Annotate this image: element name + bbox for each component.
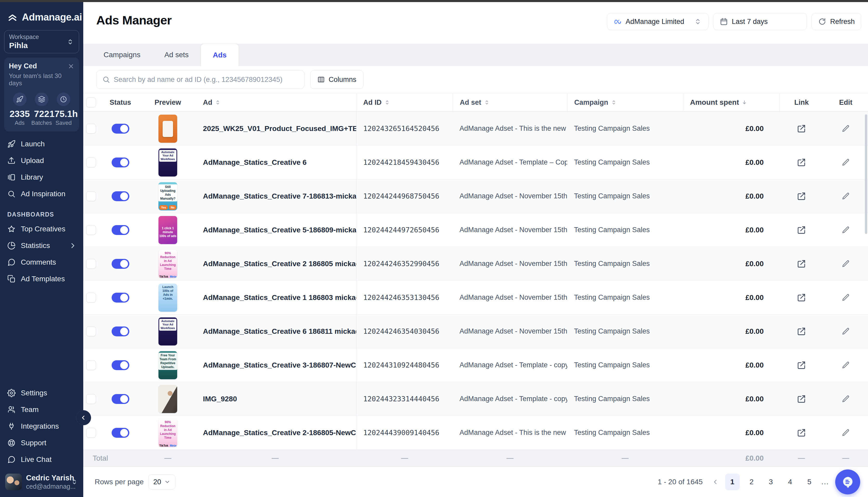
ad-preview-thumbnail[interactable]: [159, 385, 177, 413]
sidebar-item-statistics[interactable]: Statistics: [0, 237, 83, 254]
external-link-icon[interactable]: [797, 226, 806, 235]
sidebar-item-ad-inspiration[interactable]: Ad Inspiration: [0, 186, 83, 202]
external-link-icon[interactable]: [797, 395, 806, 403]
rows-per-page-select[interactable]: 20: [148, 474, 175, 489]
page-button-1[interactable]: 1: [725, 473, 740, 490]
sidebar-item-upload[interactable]: Upload: [0, 152, 83, 169]
edit-pencil-icon[interactable]: [842, 395, 850, 403]
sidebar-item-team[interactable]: Team: [0, 401, 83, 418]
vertical-scrollbar[interactable]: [865, 114, 867, 234]
row-checkbox[interactable]: [86, 191, 96, 201]
sidebar-collapse-button[interactable]: [76, 410, 91, 425]
column-header-amount-spent[interactable]: Amount spent: [683, 93, 779, 112]
ad-name[interactable]: AdManage_Statics_Creative 5-186809-micka…: [203, 226, 357, 234]
edit-pencil-icon[interactable]: [842, 158, 850, 167]
ad-name[interactable]: AdManage_Statics_Creative 7-186813-micka…: [203, 192, 357, 200]
sidebar-item-launch[interactable]: Launch: [0, 136, 83, 152]
date-range-selector[interactable]: Last 7 days: [713, 13, 807, 30]
sidebar-item-live-chat[interactable]: Live Chat: [0, 451, 83, 468]
ad-name[interactable]: AdManage_Statics_Creative 6 186811 micka…: [203, 327, 357, 336]
sidebar-item-library[interactable]: Library: [0, 169, 83, 186]
row-checkbox[interactable]: [86, 360, 96, 370]
external-link-icon[interactable]: [797, 124, 806, 133]
edit-pencil-icon[interactable]: [842, 125, 850, 133]
ad-name[interactable]: AdManage_Statics_Creative 3-186807-NewCr…: [203, 361, 357, 369]
status-toggle[interactable]: [112, 428, 129, 438]
ad-name[interactable]: 2025_WK25_V01_Product_Focused_IMG+TEXT_C: [203, 125, 357, 133]
app-logo[interactable]: Admanage.ai: [0, 0, 83, 23]
status-toggle[interactable]: [112, 225, 129, 235]
sidebar-item-comments[interactable]: Comments: [0, 254, 83, 271]
tab-campaigns[interactable]: Campaigns: [92, 44, 152, 66]
status-toggle[interactable]: [112, 157, 129, 167]
search-input[interactable]: [114, 76, 299, 84]
ad-preview-thumbnail[interactable]: Automate Your Ad Workflows: [159, 317, 177, 345]
external-link-icon[interactable]: [797, 428, 806, 437]
external-link-icon[interactable]: [797, 158, 806, 167]
user-menu[interactable]: Cedric Yarish ced@admanag...: [0, 469, 83, 497]
live-chat-widget-button[interactable]: [835, 469, 860, 494]
close-icon[interactable]: [68, 63, 74, 70]
columns-button[interactable]: Columns: [310, 70, 363, 89]
sidebar-item-support[interactable]: Support: [0, 435, 83, 451]
select-all-checkbox[interactable]: [86, 98, 96, 108]
ad-preview-thumbnail[interactable]: 90% Reduction in Ad Launching TimeTikTok…: [159, 419, 177, 447]
ad-preview-thumbnail[interactable]: Free Your Team From Repetitive Uploads.: [159, 351, 177, 379]
external-link-icon[interactable]: [797, 259, 806, 268]
edit-pencil-icon[interactable]: [842, 327, 850, 336]
row-checkbox[interactable]: [86, 394, 96, 404]
row-checkbox[interactable]: [86, 293, 96, 302]
edit-pencil-icon[interactable]: [842, 429, 850, 437]
ad-preview-thumbnail[interactable]: Launch 100s of Ads in <1min.: [159, 284, 177, 312]
external-link-icon[interactable]: [797, 293, 806, 302]
tab-ads[interactable]: Ads: [201, 44, 239, 66]
sidebar-item-integrations[interactable]: Integrations: [0, 418, 83, 435]
external-link-icon[interactable]: [797, 361, 806, 370]
status-toggle[interactable]: [112, 259, 129, 269]
row-checkbox[interactable]: [86, 225, 96, 235]
row-checkbox[interactable]: [86, 428, 96, 438]
ad-name[interactable]: IMG_9280: [203, 395, 237, 403]
row-checkbox[interactable]: [86, 157, 96, 167]
ad-name[interactable]: AdManage_Statics_Creative 6: [203, 158, 306, 167]
edit-pencil-icon[interactable]: [842, 260, 850, 268]
row-checkbox[interactable]: [86, 326, 96, 336]
edit-pencil-icon[interactable]: [842, 294, 850, 302]
ad-name[interactable]: AdManage_Statics_Creative 1 186803 micka…: [203, 294, 357, 302]
sidebar-item-settings[interactable]: Settings: [0, 385, 83, 401]
external-link-icon[interactable]: [797, 192, 806, 201]
page-button-2[interactable]: 2: [744, 473, 759, 490]
ad-preview-thumbnail[interactable]: Automate Your Ad Workflows: [159, 148, 177, 176]
ad-preview-thumbnail[interactable]: Still Uploading Ads Manually?YesNo: [159, 182, 177, 210]
row-checkbox[interactable]: [86, 124, 96, 133]
external-link-icon[interactable]: [797, 327, 806, 336]
ad-name[interactable]: AdManage_Statics_Creative 2 186805 micka…: [203, 260, 357, 268]
status-toggle[interactable]: [112, 191, 129, 201]
sidebar-item-top-creatives[interactable]: Top Creatives: [0, 221, 83, 237]
previous-page-button[interactable]: [710, 477, 720, 487]
column-header-ad[interactable]: Ad: [194, 93, 357, 112]
edit-pencil-icon[interactable]: [842, 192, 850, 200]
page-button-3[interactable]: 3: [764, 473, 778, 490]
status-toggle[interactable]: [112, 360, 129, 370]
refresh-button[interactable]: Refresh: [812, 13, 861, 30]
column-header-ad-id[interactable]: Ad ID: [357, 99, 453, 106]
edit-pencil-icon[interactable]: [842, 226, 850, 234]
column-header-ad-set[interactable]: Ad set: [453, 93, 567, 112]
ad-preview-thumbnail[interactable]: 90% Reduction in Ad Launching TimeTikTok…: [159, 250, 177, 278]
edit-pencil-icon[interactable]: [842, 361, 850, 369]
sidebar-item-ad-templates[interactable]: Ad Templates: [0, 271, 83, 287]
ad-preview-thumbnail[interactable]: [159, 115, 177, 143]
status-toggle[interactable]: [112, 326, 129, 336]
column-header-campaign[interactable]: Campaign: [567, 93, 683, 112]
page-button-5[interactable]: 5: [802, 473, 817, 490]
ad-name[interactable]: AdManage_Statics_Creative 2-186805-NewCr…: [203, 429, 357, 437]
row-checkbox[interactable]: [86, 259, 96, 269]
workspace-selector[interactable]: Workspace Pihla: [4, 30, 79, 53]
tab-ad-sets[interactable]: Ad sets: [152, 44, 201, 66]
ad-account-selector[interactable]: AdManage Limited: [607, 13, 708, 30]
page-button-4[interactable]: 4: [783, 473, 798, 490]
status-toggle[interactable]: [112, 394, 129, 404]
status-toggle[interactable]: [112, 293, 129, 302]
ad-preview-thumbnail[interactable]: 1 click 1 minute 100s of ads: [159, 216, 177, 244]
